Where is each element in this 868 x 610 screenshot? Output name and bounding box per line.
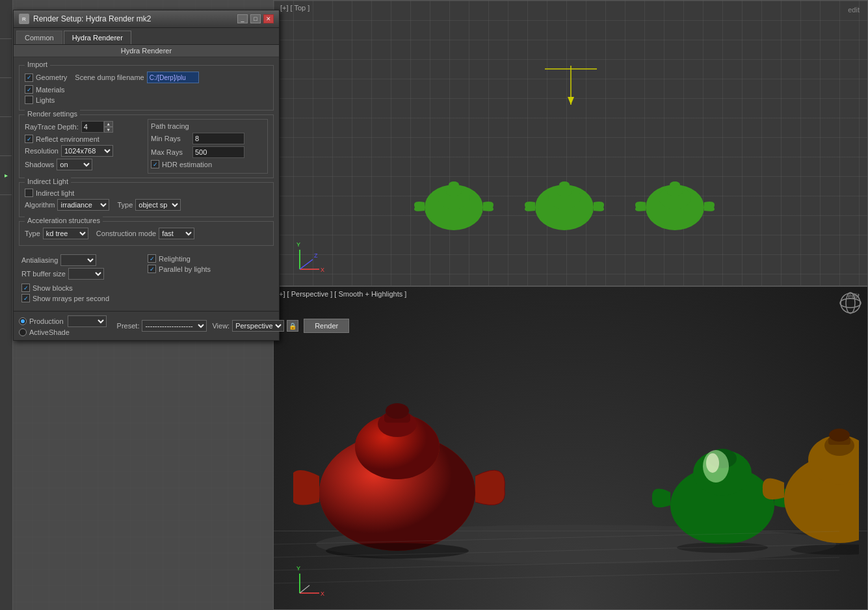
accel-type-select[interactable]: kd tree bvh bbox=[43, 228, 88, 239]
tab-hydra-renderer[interactable]: Hydra Renderer bbox=[64, 31, 131, 44]
materials-row: Materials bbox=[25, 85, 268, 94]
left-tool-4[interactable] bbox=[0, 117, 12, 156]
svg-text:X: X bbox=[321, 267, 324, 273]
hdr-checkbox[interactable] bbox=[151, 160, 159, 168]
show-mrays-checkbox[interactable] bbox=[21, 294, 30, 302]
production-radio-dot bbox=[19, 317, 27, 325]
view-label: View: bbox=[212, 322, 230, 330]
axis-bottom: X Y bbox=[293, 561, 332, 600]
materials-checkbox[interactable] bbox=[25, 85, 33, 94]
svg-text:Y: Y bbox=[296, 241, 300, 248]
type-label-indirect: Type bbox=[117, 201, 133, 209]
dialog-app-icon: R bbox=[19, 14, 29, 24]
show-mrays-label: Show mrays per second bbox=[33, 295, 109, 302]
indirect-light-group: Indirect Light Indirect light Algorithm … bbox=[19, 182, 274, 217]
accel-type-label: Type bbox=[25, 230, 40, 237]
panel-body: Import Geometry Scene dump filename Mate… bbox=[14, 57, 279, 311]
tab-common[interactable]: Common bbox=[16, 31, 62, 44]
preset-row: Preset: -------------------- bbox=[117, 320, 207, 332]
svg-point-17 bbox=[670, 181, 680, 188]
dialog-window-controls: _ □ ✕ bbox=[237, 14, 274, 23]
lights-label: Lights bbox=[36, 96, 55, 104]
extra-cols: Antialiasing RT buffer size bbox=[21, 252, 271, 282]
algorithm-select[interactable]: irradiance path tracing bbox=[57, 199, 109, 211]
raytrace-row: RayTrace Depth: ▲ ▼ bbox=[25, 121, 145, 133]
scene-dump-input[interactable] bbox=[147, 72, 199, 83]
left-tool-1[interactable] bbox=[0, 0, 12, 39]
type-select-indirect[interactable]: object sp world sp bbox=[135, 199, 181, 211]
relighting-checkbox[interactable] bbox=[148, 254, 156, 263]
floor-grid bbox=[274, 479, 867, 609]
panel-header: Hydra Renderer bbox=[14, 45, 279, 57]
viewport-orbit-control[interactable] bbox=[839, 292, 862, 315]
viewport-bottom-label: [+] [ Perspective ] [ Smooth + Highlight… bbox=[277, 290, 406, 298]
production-label: Production bbox=[29, 317, 64, 325]
axis-top: X Y Z bbox=[293, 237, 332, 276]
geometry-checkbox[interactable] bbox=[25, 73, 33, 82]
render-button[interactable]: Render bbox=[304, 319, 349, 333]
resolution-select[interactable]: 1024x768 640x480 1920x1080 bbox=[61, 145, 113, 157]
raytrace-label: RayTrace Depth: bbox=[25, 123, 79, 131]
dialog-titlebar: R Render Setup: Hydra Render mk2 _ □ ✕ bbox=[14, 10, 279, 28]
raytrace-spinner: ▲ ▼ bbox=[81, 121, 113, 133]
construction-select[interactable]: fast medium slow bbox=[159, 228, 194, 239]
resolution-row: Resolution 1024x768 640x480 1920x1080 bbox=[25, 145, 145, 157]
parallel-lights-checkbox[interactable] bbox=[148, 265, 156, 273]
viewport-top: [+] [ Top ] edit bbox=[273, 0, 868, 286]
viewport-bottom: [+] [ Perspective ] [ Smooth + Highlight… bbox=[273, 286, 868, 610]
import-group-label: Import bbox=[25, 60, 50, 68]
lights-checkbox[interactable] bbox=[25, 96, 33, 104]
left-tool-2[interactable] bbox=[0, 39, 12, 78]
rt-buffer-select[interactable] bbox=[68, 268, 104, 280]
minimize-button[interactable]: _ bbox=[237, 14, 248, 23]
render-settings-label: Render settings bbox=[25, 110, 80, 118]
scene-dump-label: Scene dump filename bbox=[75, 73, 144, 81]
accel-type-row: Type kd tree bvh Construction mode fast … bbox=[25, 228, 268, 239]
view-row: View: Perspective Front Top 🔒 bbox=[212, 320, 298, 332]
extra-right: Relighting Parallel by lights bbox=[148, 252, 271, 282]
hdr-label: HDR estimation bbox=[162, 161, 212, 168]
view-lock-button[interactable]: 🔒 bbox=[287, 320, 298, 332]
algorithm-label: Algorithm bbox=[25, 201, 55, 209]
close-button[interactable]: ✕ bbox=[263, 14, 274, 23]
acceleration-label: Acceleration structures bbox=[25, 217, 103, 224]
dialog-title: Render Setup: Hydra Render mk2 bbox=[33, 14, 151, 23]
show-blocks-label: Show blocks bbox=[33, 284, 73, 292]
lock-icon: 🔒 bbox=[289, 323, 296, 330]
geometry-label: Geometry bbox=[36, 73, 67, 81]
left-toolbar: ▸ bbox=[0, 0, 13, 610]
bottom-bar: Production ActiveShade Preset: ---------… bbox=[14, 311, 279, 340]
reflect-env-checkbox[interactable] bbox=[25, 135, 33, 143]
preset-select[interactable]: -------------------- bbox=[142, 320, 207, 332]
svg-marker-2 bbox=[568, 97, 574, 105]
reflect-env-row: Reflect environment bbox=[25, 135, 145, 143]
viewport-top-grid: [+] [ Top ] edit bbox=[274, 1, 867, 285]
svg-text:X: X bbox=[321, 590, 324, 597]
view-select[interactable]: Perspective Front Top bbox=[232, 320, 284, 332]
max-rays-input[interactable] bbox=[192, 146, 244, 158]
teapots-top-svg bbox=[408, 155, 733, 233]
activeshade-radio-item[interactable]: ActiveShade bbox=[19, 328, 107, 336]
raytrace-input[interactable] bbox=[81, 121, 104, 133]
algorithm-row: Algorithm irradiance path tracing Type o… bbox=[25, 199, 268, 211]
svg-point-36 bbox=[706, 453, 719, 473]
left-tool-5[interactable]: ▸ bbox=[0, 156, 12, 195]
activeshade-label: ActiveShade bbox=[29, 328, 70, 336]
min-rays-label: Min Rays bbox=[151, 135, 190, 142]
antialiasing-select[interactable] bbox=[60, 254, 96, 266]
parallel-lights-row: Parallel by lights bbox=[148, 265, 271, 273]
raytrace-up[interactable]: ▲ bbox=[104, 121, 113, 127]
raytrace-down[interactable]: ▼ bbox=[104, 127, 113, 133]
raytrace-spinner-btns: ▲ ▼ bbox=[104, 121, 113, 133]
path-tracing-label: Path tracing bbox=[151, 122, 265, 130]
maximize-button[interactable]: □ bbox=[250, 14, 261, 23]
indirect-light-checkbox[interactable] bbox=[25, 189, 33, 197]
show-blocks-checkbox[interactable] bbox=[21, 284, 30, 292]
svg-text:Z: Z bbox=[314, 252, 318, 259]
left-tool-3[interactable] bbox=[0, 78, 12, 117]
render-settings-group: Render settings RayTrace Depth: ▲ ▼ bbox=[19, 114, 274, 178]
min-rays-input[interactable] bbox=[192, 133, 244, 144]
shadows-select[interactable]: on off bbox=[57, 159, 92, 170]
production-radio-item[interactable]: Production bbox=[19, 315, 107, 327]
production-select[interactable] bbox=[68, 315, 107, 327]
